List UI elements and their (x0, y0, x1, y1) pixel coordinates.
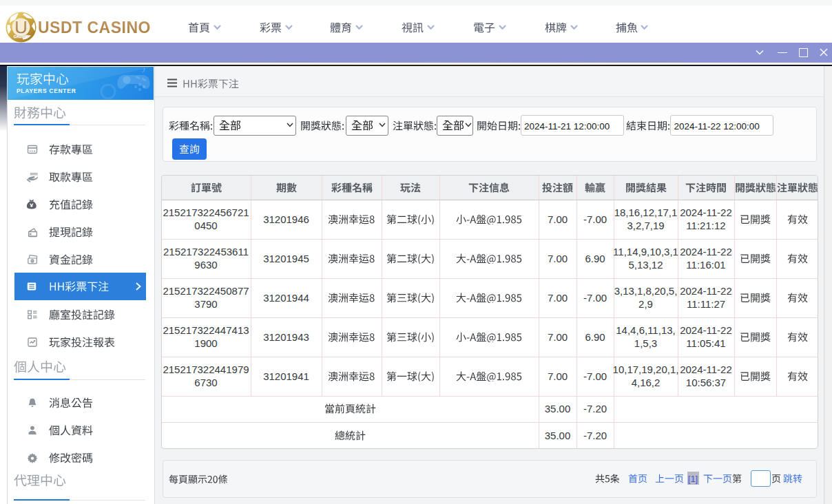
svg-text:CASINO: CASINO (14, 34, 29, 39)
